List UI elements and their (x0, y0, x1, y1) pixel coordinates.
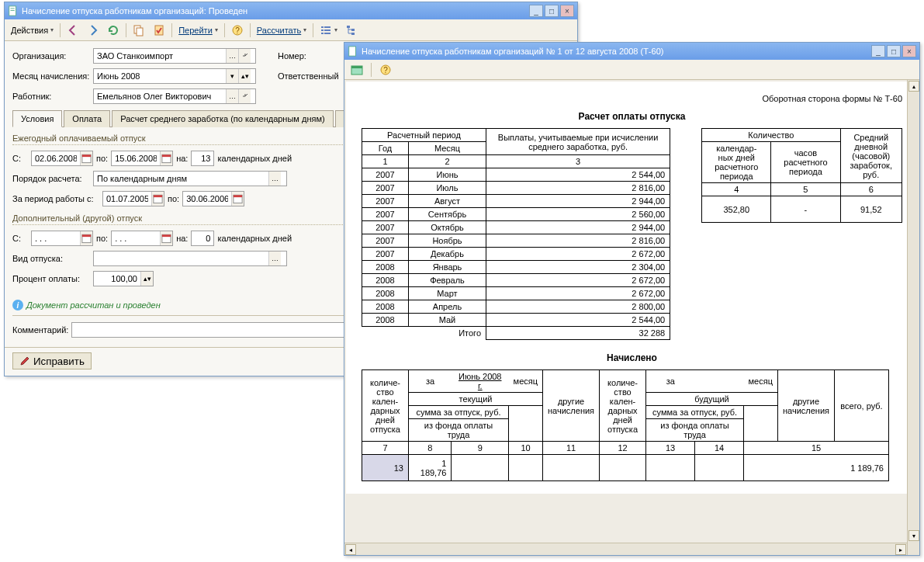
scroll-right-button[interactable]: ▸ (895, 544, 906, 555)
for-label: на: (176, 154, 188, 163)
from-calendar-button[interactable] (80, 151, 92, 165)
scrollbar-vertical[interactable]: ▴ ▾ (907, 80, 919, 555)
toolbar: Действия▾ Перейти▾ ? Рассчитать▾ ▾ (5, 19, 577, 41)
org-input[interactable] (94, 49, 226, 63)
scrollbar-horizontal[interactable]: ◂ ▸ (344, 543, 907, 555)
to-date-input[interactable] (112, 151, 160, 165)
org-select-button[interactable]: … (226, 49, 238, 63)
svg-rect-15 (351, 29, 355, 31)
scroll-left-button[interactable]: ◂ (345, 544, 356, 555)
tab-avg-calc[interactable]: Расчет среднего заработка (по календарны… (112, 110, 333, 127)
print-calendar-button[interactable] (348, 61, 366, 78)
svg-rect-24 (234, 195, 242, 197)
worker-select-button[interactable]: … (226, 89, 238, 103)
tb-post-icon[interactable] (150, 22, 168, 39)
calc-menu[interactable]: Рассчитать▾ (254, 22, 310, 39)
tb-refresh-icon[interactable] (104, 22, 123, 39)
form-side-title: Оборотная сторона формы № Т-60 (362, 94, 902, 103)
tb-list-icon[interactable]: ▾ (317, 22, 341, 39)
from-date-input[interactable] (32, 151, 80, 165)
pct-spin-button[interactable]: ▴▾ (140, 272, 153, 286)
svg-rect-2 (11, 10, 15, 11)
tb-copy-icon[interactable] (130, 22, 148, 39)
document-icon (348, 46, 358, 57)
svg-rect-22 (154, 195, 162, 197)
svg-rect-31 (351, 66, 362, 68)
tb-left-icon[interactable] (64, 22, 82, 39)
svg-rect-10 (321, 29, 324, 31)
svg-rect-20 (162, 154, 171, 157)
extra-from-label: С: (12, 234, 28, 243)
tb-right-icon[interactable] (84, 22, 102, 39)
tab-payment[interactable]: Оплата (64, 110, 110, 127)
print-toolbar: ? (344, 60, 919, 80)
month-label: Месяц начисления: (12, 71, 90, 81)
worker-input-group[interactable]: … (93, 88, 256, 104)
svg-rect-11 (324, 29, 330, 31)
svg-rect-18 (82, 154, 91, 157)
org-open-button[interactable] (238, 49, 251, 63)
period-from-calendar-button[interactable] (151, 192, 164, 206)
month-spin-button[interactable]: ▴▾ (238, 69, 251, 83)
worker-input[interactable] (94, 89, 226, 103)
actions-menu[interactable]: Действия▾ (8, 22, 57, 39)
maximize-button[interactable]: □ (545, 5, 559, 17)
accrued-table: количе- ство кален- дарных дней отпуска … (362, 369, 889, 481)
maximize-button-2[interactable]: □ (887, 45, 901, 57)
vac-type-label: Вид отпуска: (12, 254, 90, 263)
print-help-button[interactable]: ? (376, 61, 395, 78)
vac-type-input[interactable] (94, 252, 268, 265)
close-button[interactable]: × (560, 5, 574, 17)
status-text: Документ рассчитан и проведен (26, 300, 161, 310)
svg-rect-16 (351, 33, 355, 35)
pencil-icon (19, 356, 30, 366)
to-calendar-button[interactable] (160, 151, 172, 165)
svg-rect-8 (321, 26, 324, 28)
period-to-input[interactable] (183, 192, 231, 206)
document-icon (8, 5, 19, 16)
scroll-down-button[interactable]: ▾ (908, 530, 919, 541)
info-icon: i (12, 300, 23, 310)
pct-label: Процент оплаты: (12, 274, 90, 283)
order-select-button[interactable]: … (268, 172, 281, 186)
accrued-title: Начислено (362, 352, 902, 363)
svg-rect-1 (11, 9, 15, 9)
averages-table: КоличествоСредний дневной (часовой) зара… (701, 128, 902, 223)
period-label: За период работы с: (12, 194, 99, 203)
month-input-group[interactable]: ▾ ▴▾ (93, 68, 256, 84)
from-label: С: (12, 154, 28, 163)
tb-tree-icon[interactable] (342, 22, 361, 39)
number-label: Номер: (278, 51, 306, 61)
days-input[interactable] (192, 151, 213, 165)
help-button[interactable]: ? (228, 22, 247, 39)
extra-to-calendar-button[interactable] (160, 231, 172, 245)
month-dd-button[interactable]: ▾ (226, 69, 238, 83)
period-to-label: по: (168, 194, 179, 203)
extra-from-calendar-button[interactable] (80, 231, 92, 245)
fix-button[interactable]: Исправить (12, 352, 92, 369)
month-input[interactable] (94, 69, 226, 83)
vac-type-select-button[interactable]: … (268, 252, 281, 265)
pct-input[interactable] (94, 272, 140, 286)
period-from-input[interactable] (103, 192, 151, 206)
close-button-2[interactable]: × (902, 45, 916, 57)
resp-label: Ответственный (278, 71, 339, 81)
scroll-up-button[interactable]: ▴ (908, 81, 919, 92)
goto-menu[interactable]: Перейти▾ (175, 22, 221, 39)
titlebar: Начисление отпуска работникам организаци… (5, 2, 577, 19)
extra-from-input[interactable] (32, 231, 80, 245)
extra-days-input[interactable] (192, 231, 213, 245)
minimize-button-2[interactable]: _ (871, 45, 885, 57)
worker-open-button[interactable] (238, 89, 251, 103)
days-label: календарных дней (217, 154, 292, 163)
order-input[interactable] (94, 172, 268, 186)
to-label: по: (96, 154, 108, 163)
period-to-calendar-button[interactable] (231, 192, 244, 206)
svg-rect-4 (137, 28, 143, 36)
tab-conditions[interactable]: Условия (12, 110, 62, 127)
org-input-group[interactable]: … (93, 48, 256, 64)
svg-text:?: ? (235, 26, 240, 35)
minimize-button[interactable]: _ (529, 5, 543, 17)
svg-rect-9 (324, 26, 330, 28)
extra-to-input[interactable] (112, 231, 160, 245)
